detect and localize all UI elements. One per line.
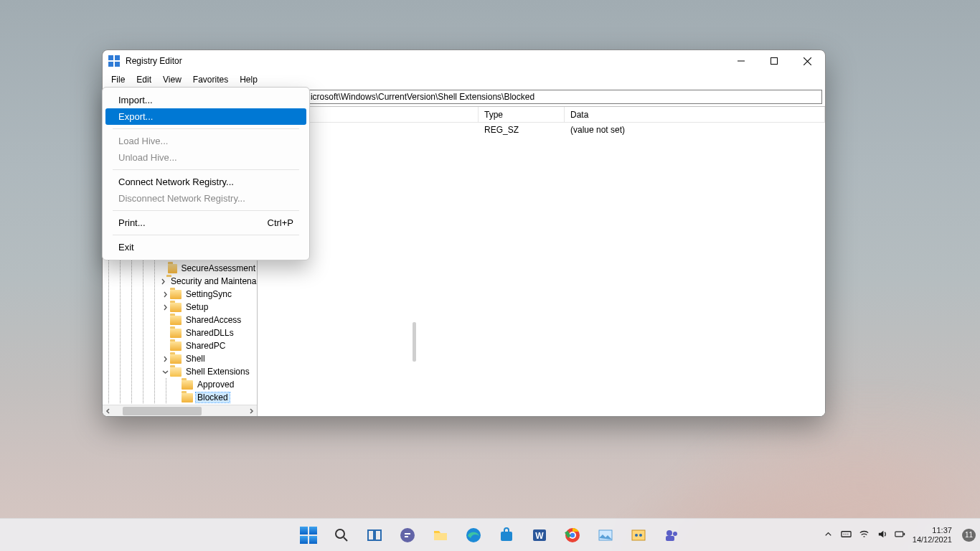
maximize-button[interactable] [758, 50, 791, 72]
chat-taskbar-button[interactable] [394, 522, 421, 549]
regedit-app-icon [108, 55, 120, 67]
tree-node-label: Shell Extensions [184, 367, 251, 377]
tree-node[interactable]: Shell Extensions [103, 365, 257, 378]
taskbar-clock[interactable]: 11:37 14/12/2021 [913, 526, 955, 545]
word-icon: W [531, 527, 548, 544]
keyboard-lang-icon[interactable] [841, 529, 852, 541]
svg-rect-22 [903, 533, 905, 535]
teams-icon [663, 527, 680, 544]
menu-edit[interactable]: Edit [131, 73, 157, 86]
folder-icon [170, 367, 182, 377]
column-header-data[interactable]: Data [565, 107, 825, 122]
tree-node[interactable]: Approved [103, 378, 257, 391]
file-menu-print[interactable]: Print... Ctrl+P [105, 215, 306, 231]
notification-badge[interactable]: 11 [962, 529, 976, 542]
svg-rect-5 [434, 533, 447, 540]
tree-node[interactable]: Setup [103, 301, 257, 314]
menu-help[interactable]: Help [234, 73, 263, 86]
chat-icon [399, 527, 416, 544]
close-button[interactable] [791, 50, 824, 72]
tree-node-label: Approved [196, 380, 235, 390]
chrome-icon [564, 527, 581, 544]
menu-favorites[interactable]: Favorites [187, 73, 234, 86]
tree-node[interactable]: SettingSync [103, 288, 257, 301]
tree-node[interactable]: SecureAssessment [103, 262, 257, 275]
svg-rect-14 [632, 530, 645, 540]
tree-node-label: SecureAssessment [180, 263, 257, 273]
tree-node[interactable]: SharedDLLs [103, 326, 257, 339]
window-title: Registry Editor [126, 56, 725, 66]
titlebar[interactable]: Registry Editor [103, 50, 825, 72]
menu-view[interactable]: View [157, 73, 187, 86]
scroll-left-arrow-icon[interactable] [103, 405, 114, 416]
search-taskbar-button[interactable] [328, 522, 355, 549]
taskbar: W 11:37 14/12/2021 11 [0, 518, 980, 551]
splitter-handle[interactable] [413, 322, 416, 362]
menu-separator [113, 210, 299, 211]
column-header-type[interactable]: Type [479, 107, 565, 122]
store-taskbar-button[interactable] [493, 522, 520, 549]
edge-icon [465, 527, 482, 544]
file-menu-exit[interactable]: Exit [105, 239, 306, 255]
file-menu-connect-network[interactable]: Connect Network Registry... [105, 174, 306, 190]
chevron-right-icon[interactable] [160, 356, 170, 362]
clock-time: 11:37 [913, 526, 952, 535]
taskbar-center: W [295, 522, 685, 549]
value-data: (value not set) [565, 125, 825, 135]
volume-icon[interactable] [877, 529, 887, 541]
task-view-taskbar-button[interactable] [361, 522, 388, 549]
menu-separator [113, 235, 299, 235]
tree-node-label: SettingSync [184, 289, 233, 299]
folder-icon [182, 380, 193, 390]
menubar: File Edit View Favorites Help [103, 72, 825, 88]
file-menu-disconnect-network: Disconnect Network Registry... [105, 190, 306, 207]
overflow-chevron-icon[interactable] [823, 529, 834, 541]
chevron-right-icon[interactable] [160, 291, 170, 298]
file-explorer-taskbar-button[interactable] [427, 522, 454, 549]
clock-date: 14/12/2021 [913, 535, 952, 545]
photos-taskbar-button[interactable] [592, 522, 619, 549]
teams-taskbar-button[interactable] [658, 522, 685, 549]
svg-rect-7 [501, 532, 512, 541]
system-tray: 11:37 14/12/2021 11 [823, 519, 976, 551]
chevron-right-icon[interactable] [160, 304, 170, 311]
control-panel-taskbar-button[interactable] [625, 522, 652, 549]
minimize-button[interactable] [725, 50, 758, 72]
battery-icon[interactable] [895, 529, 905, 541]
svg-point-16 [639, 534, 642, 537]
wifi-icon[interactable] [859, 529, 870, 541]
file-menu-export[interactable]: Export... [105, 108, 306, 125]
tree-node-label: Blocked [196, 392, 230, 402]
svg-point-18 [673, 532, 677, 536]
file-menu-import[interactable]: Import... [105, 92, 306, 108]
scroll-right-arrow-icon[interactable] [245, 405, 257, 416]
tree-node[interactable]: SharedPC [103, 339, 257, 352]
file-menu-load-hive: Load Hive... [105, 133, 306, 149]
menu-file[interactable]: File [105, 73, 131, 86]
tree-node[interactable]: SharedAccess [103, 314, 257, 326]
tree-node[interactable]: Blocked [103, 391, 257, 404]
svg-rect-2 [368, 530, 374, 540]
file-menu-dropdown: Import... Export... Load Hive... Unload … [102, 87, 310, 260]
search-icon [333, 527, 350, 544]
value-type: REG_SZ [479, 125, 565, 135]
word-taskbar-button[interactable]: W [526, 522, 553, 549]
store-icon [498, 527, 515, 544]
svg-point-1 [336, 529, 344, 538]
tree-node[interactable]: Shell [103, 352, 257, 365]
tree-node[interactable]: Security and Maintenance [103, 275, 257, 288]
folder-icon [170, 290, 182, 299]
folder-icon [168, 264, 177, 273]
menu-separator [113, 128, 299, 129]
folder-icon [170, 329, 182, 338]
tree-horizontal-scrollbar[interactable] [103, 405, 257, 416]
list-row[interactable]: (Default) REG_SZ (value not set) [258, 123, 825, 137]
values-list-pane[interactable]: Name Type Data (Default) REG_SZ (value n… [258, 107, 825, 416]
tree-node-label: SharedDLLs [184, 328, 235, 338]
chevron-right-icon[interactable] [160, 278, 166, 285]
chrome-taskbar-button[interactable] [559, 522, 586, 549]
start-taskbar-button[interactable] [295, 522, 322, 549]
chevron-down-icon[interactable] [160, 369, 170, 375]
scrollbar-thumb[interactable] [123, 407, 202, 415]
edge-taskbar-button[interactable] [460, 522, 487, 549]
